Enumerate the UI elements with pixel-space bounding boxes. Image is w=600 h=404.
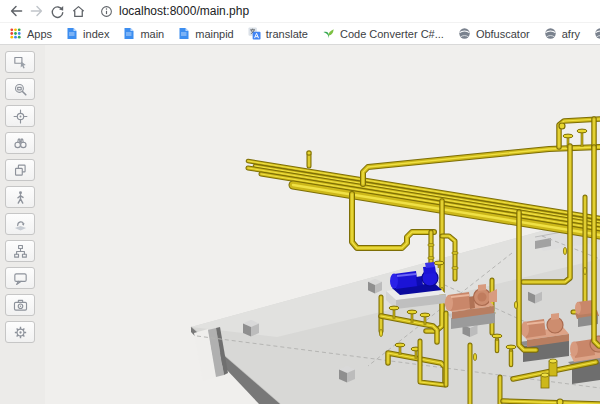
home-icon bbox=[71, 4, 86, 19]
center-icon bbox=[12, 108, 29, 125]
bookmark-item-index[interactable]: index bbox=[66, 27, 109, 40]
tool-settings-button[interactable] bbox=[5, 321, 35, 343]
translate-icon bbox=[248, 27, 261, 40]
bookmark-label: Apps bbox=[27, 28, 52, 40]
tool-fly-mode-button[interactable] bbox=[5, 213, 35, 235]
tool-find-button[interactable] bbox=[5, 132, 35, 154]
globe-icon bbox=[544, 27, 557, 40]
browser-address-bar: localhost:8000/main.php bbox=[0, 0, 600, 23]
tool-snapshot-button[interactable] bbox=[5, 294, 35, 316]
camera-icon bbox=[12, 297, 29, 314]
bookmark-label: translate bbox=[266, 28, 308, 40]
tool-walk-mode-button[interactable] bbox=[5, 186, 35, 208]
bookmark-item-code-converter-c[interactable]: Code Converter C#... bbox=[322, 27, 444, 40]
app-content bbox=[0, 45, 600, 404]
home-button[interactable] bbox=[68, 1, 89, 21]
3d-model-canvas[interactable] bbox=[45, 45, 600, 404]
forward-icon bbox=[29, 3, 45, 19]
bookmark-label: afry bbox=[562, 28, 580, 40]
code-converter-icon bbox=[322, 27, 335, 40]
tool-select-button[interactable] bbox=[5, 51, 35, 73]
tool-model-tree-button[interactable] bbox=[5, 240, 35, 262]
globe-icon bbox=[458, 27, 471, 40]
zoom-icon bbox=[12, 81, 29, 98]
tool-views-button[interactable] bbox=[5, 159, 35, 181]
back-icon bbox=[8, 3, 24, 19]
binoculars-icon bbox=[12, 135, 29, 152]
bookmark-label: mainpid bbox=[195, 28, 234, 40]
reload-icon bbox=[50, 4, 65, 19]
back-button[interactable] bbox=[5, 1, 26, 21]
bookmark-item-translate[interactable]: translate bbox=[248, 27, 308, 40]
walk-icon bbox=[12, 189, 29, 206]
reload-button[interactable] bbox=[47, 1, 68, 21]
blue-page-icon bbox=[123, 27, 135, 40]
globe-icon bbox=[594, 27, 600, 40]
fly-icon bbox=[12, 216, 29, 233]
tree-icon bbox=[12, 243, 29, 260]
bookmark-label: Obfuscator bbox=[476, 28, 530, 40]
blue-page-icon bbox=[66, 27, 78, 40]
site-info-icon[interactable] bbox=[100, 5, 113, 18]
3d-viewport[interactable] bbox=[45, 45, 600, 404]
bookmark-item-mainpid[interactable]: mainpid bbox=[178, 27, 234, 40]
bookmark-item-apps[interactable]: Apps bbox=[9, 27, 52, 40]
blue-page-icon bbox=[178, 27, 190, 40]
tool-zoom-window-button[interactable] bbox=[5, 78, 35, 100]
gear-icon bbox=[12, 324, 29, 341]
comment-icon bbox=[12, 270, 29, 287]
bookmarks-bar: Apps index main mainpid translate Code C… bbox=[0, 23, 600, 45]
omnibox[interactable]: localhost:8000/main.php bbox=[100, 4, 249, 18]
tool-center-view-button[interactable] bbox=[5, 105, 35, 127]
bookmark-item-obfuscator[interactable]: Obfuscator bbox=[458, 27, 530, 40]
select-icon bbox=[12, 54, 29, 71]
bookmark-label: main bbox=[140, 28, 164, 40]
bookmark-item-main[interactable]: main bbox=[123, 27, 164, 40]
apps-grid-icon bbox=[9, 27, 22, 40]
bookmark-item-afry[interactable]: afry bbox=[544, 27, 580, 40]
forward-button[interactable] bbox=[26, 1, 47, 21]
bookmark-label: index bbox=[83, 28, 109, 40]
bookmark-label: Code Converter C#... bbox=[340, 28, 444, 40]
tool-comments-button[interactable] bbox=[5, 267, 35, 289]
copy-icon bbox=[12, 162, 29, 179]
bookmark-item-psx[interactable]: psx bbox=[594, 27, 600, 40]
url-text[interactable]: localhost:8000/main.php bbox=[119, 4, 249, 18]
viewer-toolbar bbox=[0, 45, 45, 404]
